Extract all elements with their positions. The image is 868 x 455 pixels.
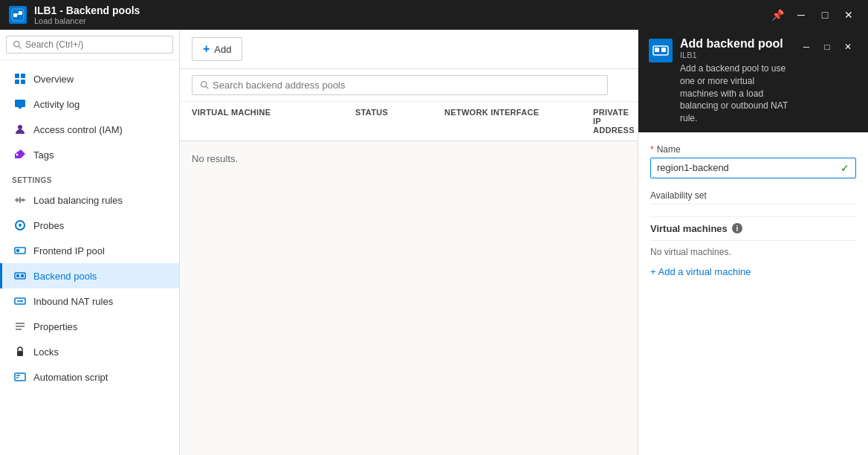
content-search-box[interactable] xyxy=(192,75,608,95)
automation-label: Automation script xyxy=(33,372,108,383)
svg-rect-23 xyxy=(16,274,19,277)
availability-set-group: Availability set xyxy=(650,190,856,204)
right-panel-icon xyxy=(649,39,673,62)
app-icon xyxy=(9,6,27,24)
vm-info-icon: i xyxy=(732,223,742,233)
sidebar-item-overview[interactable]: Overview xyxy=(0,66,179,91)
no-results-text: No results. xyxy=(192,153,238,164)
svg-point-35 xyxy=(201,82,207,87)
svg-marker-27 xyxy=(22,300,23,303)
svg-rect-1 xyxy=(13,13,17,17)
table-header: VIRTUAL MACHINE STATUS NETWORK INTERFACE… xyxy=(180,102,638,141)
right-panel-title: Add backend pool xyxy=(680,37,789,51)
properties-icon xyxy=(14,320,26,332)
sidebar-item-frontend-ip[interactable]: Frontend IP pool xyxy=(0,238,179,263)
frontend-ip-label: Frontend IP pool xyxy=(33,245,105,256)
inbound-nat-icon xyxy=(14,295,26,307)
add-button[interactable]: + Add xyxy=(192,37,242,61)
search-icon xyxy=(13,40,22,50)
svg-rect-7 xyxy=(21,74,25,78)
sidebar-search-box[interactable] xyxy=(6,36,173,54)
maximize-button[interactable]: □ xyxy=(814,4,835,25)
right-panel-text: Add backend pool ILB1 Add a backend pool… xyxy=(680,37,789,125)
load-balancing-icon xyxy=(14,194,26,206)
svg-marker-11 xyxy=(18,107,22,109)
section-divider xyxy=(650,216,856,217)
sidebar-item-load-balancing[interactable]: Load balancing rules xyxy=(0,187,179,213)
vm-section-label: Virtual machines i xyxy=(650,223,856,234)
sidebar-item-activity-log[interactable]: Activity log xyxy=(0,91,179,117)
virtual-machines-section: Virtual machines i No virtual machines. … xyxy=(650,223,856,277)
svg-point-12 xyxy=(18,125,22,129)
overview-icon xyxy=(14,73,26,85)
sidebar-item-locks[interactable]: Locks xyxy=(0,339,179,364)
sidebar-item-access-control[interactable]: Access control (IAM) xyxy=(0,117,179,142)
svg-rect-38 xyxy=(655,48,659,52)
window-controls: 📌 ─ □ ✕ xyxy=(767,4,859,25)
svg-rect-9 xyxy=(21,80,25,84)
content-area: + Add VIRTUAL MACHINE STATUS NETWORK INT… xyxy=(180,30,638,455)
activity-log-icon xyxy=(14,98,26,110)
properties-label: Properties xyxy=(33,321,77,332)
sidebar-item-tags[interactable]: Tags xyxy=(0,142,179,167)
col-header-network: NETWORK INTERFACE xyxy=(444,108,593,135)
backend-pools-icon xyxy=(14,270,26,282)
close-button[interactable]: ✕ xyxy=(838,4,859,25)
svg-rect-24 xyxy=(21,274,24,277)
tags-icon xyxy=(14,149,26,161)
right-panel-controls: ─ □ ✕ xyxy=(797,37,858,57)
automation-icon xyxy=(14,371,26,383)
svg-line-5 xyxy=(19,46,21,48)
settings-section-label: SETTINGS xyxy=(0,167,179,187)
add-virtual-machine-link[interactable]: + Add a virtual machine xyxy=(650,266,751,277)
pin-button[interactable]: 📌 xyxy=(767,4,788,25)
col-header-status: STATUS xyxy=(355,108,444,135)
add-icon: + xyxy=(203,42,210,56)
svg-rect-2 xyxy=(19,11,22,15)
sidebar-nav: Overview Activity log Access control (IA… xyxy=(0,60,179,396)
sidebar-item-inbound-nat[interactable]: Inbound NAT rules xyxy=(0,288,179,314)
sidebar-item-automation[interactable]: Automation script xyxy=(0,364,179,390)
name-input-wrapper[interactable]: region1-backend ✓ xyxy=(650,158,856,178)
right-panel-header: Add backend pool ILB1 Add a backend pool… xyxy=(638,30,868,132)
right-panel-body: * Name region1-backend ✓ Availability se… xyxy=(638,132,868,455)
sidebar: Overview Activity log Access control (IA… xyxy=(0,30,180,455)
probes-icon xyxy=(14,219,26,231)
validation-check-icon: ✓ xyxy=(841,162,849,174)
panel-maximize-button[interactable]: □ xyxy=(817,37,837,57)
svg-rect-31 xyxy=(17,351,23,356)
sidebar-item-probes[interactable]: Probes xyxy=(0,213,179,238)
minimize-button[interactable]: ─ xyxy=(791,4,812,25)
content-search-input[interactable] xyxy=(213,80,600,91)
svg-rect-6 xyxy=(15,74,19,78)
tags-label: Tags xyxy=(33,149,54,161)
content-toolbar: + Add xyxy=(180,30,638,69)
name-form-group: * Name region1-backend ✓ xyxy=(650,144,856,178)
table-body: No results. xyxy=(180,141,638,176)
add-label: Add xyxy=(214,44,231,55)
panel-close-button[interactable]: ✕ xyxy=(838,37,858,57)
content-search-icon xyxy=(200,80,210,90)
svg-rect-39 xyxy=(661,48,666,52)
access-control-icon xyxy=(14,123,26,135)
vm-label-text: Virtual machines xyxy=(650,223,728,234)
sidebar-item-properties[interactable]: Properties xyxy=(0,314,179,339)
svg-rect-8 xyxy=(15,80,19,84)
load-balancing-label: Load balancing rules xyxy=(33,195,123,206)
sidebar-item-backend-pools[interactable]: Backend pools xyxy=(0,263,179,288)
svg-point-13 xyxy=(16,154,19,156)
svg-point-19 xyxy=(19,224,22,227)
svg-rect-21 xyxy=(16,249,19,252)
panel-minimize-button[interactable]: ─ xyxy=(797,37,816,57)
title-bar: ILB1 - Backend pools Load balancer 📌 ─ □… xyxy=(0,0,868,30)
availability-set-label: Availability set xyxy=(650,190,856,201)
frontend-ip-icon xyxy=(14,245,26,256)
svg-rect-10 xyxy=(15,100,25,107)
name-label-text: Name xyxy=(657,144,681,155)
svg-rect-32 xyxy=(15,373,25,381)
sidebar-search-input[interactable] xyxy=(25,39,166,50)
inbound-nat-label: Inbound NAT rules xyxy=(33,296,113,307)
window-subtitle: Load balancer xyxy=(34,16,767,25)
right-panel-description: Add a backend pool to use one or more vi… xyxy=(680,62,789,125)
overview-label: Overview xyxy=(33,74,74,85)
